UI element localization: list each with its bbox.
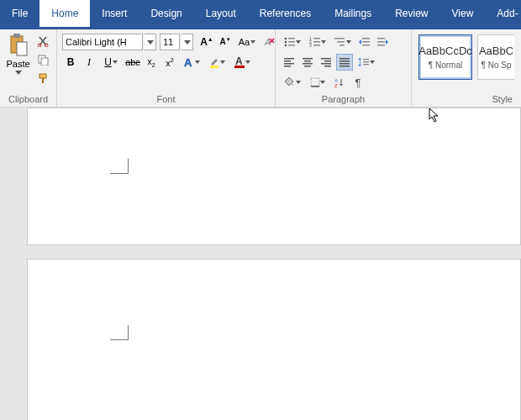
svg-text:3: 3 xyxy=(309,43,312,47)
svg-rect-2 xyxy=(17,42,27,55)
svg-rect-51 xyxy=(360,60,360,65)
svg-point-16 xyxy=(285,41,287,44)
tab-insert[interactable]: Insert xyxy=(90,0,139,27)
svg-rect-53 xyxy=(363,61,369,62)
svg-rect-32 xyxy=(377,38,385,39)
style-normal[interactable]: AaBbCcDc ¶ Normal xyxy=(418,34,472,80)
svg-rect-30 xyxy=(362,41,370,43)
page-1[interactable] xyxy=(27,108,521,245)
group-paragraph: 123 AZ ¶ Paragraph xyxy=(276,29,412,107)
group-label-styles: Style xyxy=(417,92,516,107)
increase-indent-button[interactable] xyxy=(375,34,392,50)
svg-rect-54 xyxy=(363,64,369,65)
sort-button[interactable]: AZ xyxy=(331,74,348,91)
style-preview: AaBbC xyxy=(479,45,513,57)
paste-button[interactable]: Paste xyxy=(5,31,31,77)
svg-rect-44 xyxy=(324,60,331,62)
group-font: Calibri Light (H 11 A▲ A▼ Aa A B I U abc… xyxy=(57,29,276,107)
subscript-button[interactable]: x2 xyxy=(143,54,160,71)
shrink-font-button[interactable]: A▼ xyxy=(217,34,234,50)
underline-button[interactable]: U xyxy=(99,54,123,71)
highlight-button[interactable] xyxy=(205,54,229,71)
svg-rect-21 xyxy=(313,38,320,39)
tab-design[interactable]: Design xyxy=(139,0,193,27)
tab-view[interactable]: View xyxy=(440,0,486,27)
paste-label: Paste xyxy=(6,59,29,69)
font-size-dropdown-icon[interactable] xyxy=(182,34,193,50)
align-center-button[interactable] xyxy=(299,54,316,71)
group-clipboard: Paste Clipboard xyxy=(0,29,57,107)
svg-rect-35 xyxy=(284,58,294,60)
svg-rect-49 xyxy=(339,63,350,65)
multilevel-list-button[interactable] xyxy=(331,34,355,50)
justify-button[interactable] xyxy=(336,54,353,71)
ribbon: Paste Clipboard Calibri Light (H 11 A▲ A… xyxy=(0,29,521,108)
borders-button[interactable] xyxy=(306,74,329,91)
cursor-mark-icon xyxy=(110,159,129,174)
line-spacing-button[interactable] xyxy=(355,54,378,71)
mouse-cursor-icon xyxy=(429,108,440,123)
svg-rect-27 xyxy=(337,41,345,43)
svg-rect-11 xyxy=(210,66,218,68)
text-effects-button[interactable]: A xyxy=(180,54,203,71)
tab-layout[interactable]: Layout xyxy=(194,0,248,27)
ribbon-tabs: File Home Insert Design Layout Reference… xyxy=(0,0,521,27)
group-label-clipboard: Clipboard xyxy=(5,92,51,107)
copy-button[interactable] xyxy=(34,51,51,68)
font-name-dropdown-icon[interactable] xyxy=(145,34,156,50)
svg-rect-45 xyxy=(321,63,331,65)
bold-button[interactable]: B xyxy=(62,54,79,71)
strikethrough-button[interactable]: abc xyxy=(124,54,141,71)
style-name: ¶ No Sp xyxy=(482,60,512,70)
bullets-button[interactable] xyxy=(281,34,304,50)
numbering-button[interactable]: 123 xyxy=(306,34,329,50)
show-marks-button[interactable]: ¶ xyxy=(350,74,366,91)
svg-rect-6 xyxy=(41,58,48,66)
group-label-font: Font xyxy=(62,92,270,107)
svg-text:Z: Z xyxy=(334,83,338,87)
svg-rect-15 xyxy=(288,38,295,39)
page-2[interactable] xyxy=(27,259,521,420)
svg-rect-48 xyxy=(339,60,350,62)
grow-font-button[interactable]: A▲ xyxy=(198,34,215,50)
change-case-button[interactable]: Aa xyxy=(235,34,259,50)
svg-rect-13 xyxy=(234,66,245,68)
style-preview: AaBbCcDc xyxy=(418,45,472,57)
font-size-select[interactable]: 11 xyxy=(160,34,180,50)
tab-file[interactable]: File xyxy=(0,0,39,27)
font-name-select[interactable]: Calibri Light (H xyxy=(62,34,143,50)
tab-mailings[interactable]: Mailings xyxy=(323,0,383,27)
align-left-button[interactable] xyxy=(281,54,297,71)
svg-rect-38 xyxy=(284,66,291,67)
svg-text:A: A xyxy=(184,56,192,68)
superscript-button[interactable]: x2 xyxy=(161,54,178,71)
style-no-spacing[interactable]: AaBbC ¶ No Sp xyxy=(477,34,514,80)
cut-button[interactable] xyxy=(34,33,51,50)
svg-rect-1 xyxy=(13,34,20,38)
svg-rect-19 xyxy=(288,45,295,46)
svg-rect-37 xyxy=(284,63,294,65)
cursor-mark-icon xyxy=(110,325,129,340)
svg-point-18 xyxy=(285,45,287,47)
svg-rect-28 xyxy=(339,45,345,46)
format-painter-button[interactable] xyxy=(34,70,51,87)
decrease-indent-button[interactable] xyxy=(356,34,373,50)
tab-review[interactable]: Review xyxy=(383,0,439,27)
svg-rect-43 xyxy=(321,58,331,60)
tab-references[interactable]: References xyxy=(248,0,323,27)
svg-rect-56 xyxy=(311,86,319,87)
svg-rect-40 xyxy=(304,60,311,62)
tab-home[interactable]: Home xyxy=(39,0,90,27)
svg-rect-29 xyxy=(362,38,370,39)
align-right-button[interactable] xyxy=(318,54,334,71)
group-styles: AaBbCcDc ¶ Normal AaBbC ¶ No Sp Style xyxy=(412,29,521,107)
shading-button[interactable] xyxy=(281,74,304,91)
svg-rect-36 xyxy=(284,60,291,62)
clear-formatting-button[interactable]: A xyxy=(260,34,277,50)
svg-rect-17 xyxy=(288,41,295,43)
tab-addin[interactable]: Add-in xyxy=(485,0,521,27)
font-color-button[interactable]: A xyxy=(230,54,254,71)
svg-rect-39 xyxy=(303,58,313,60)
italic-button[interactable]: I xyxy=(81,54,97,71)
svg-rect-47 xyxy=(339,58,350,60)
